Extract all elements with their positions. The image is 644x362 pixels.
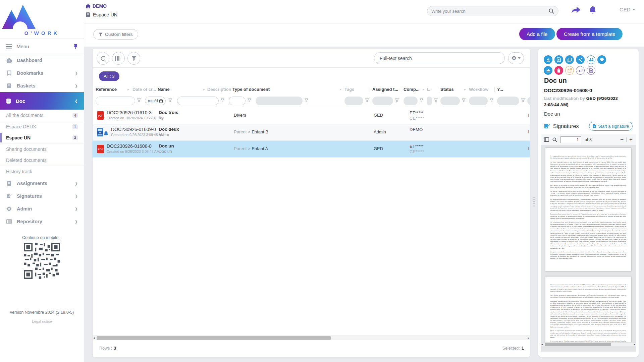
columns-button[interactable] xyxy=(112,52,125,65)
column-divider[interactable] xyxy=(438,87,438,92)
funnel-icon[interactable] xyxy=(221,99,224,102)
search-icon[interactable] xyxy=(549,8,554,14)
pdf-horizontal-scrollbar[interactable]: ◂ ▸ xyxy=(541,342,636,346)
column-divider[interactable] xyxy=(370,87,370,92)
column-header-y[interactable]: Y... xyxy=(497,87,503,92)
table-row[interactable]: w DOC230926-01609-0 Created on 9/26/2023… xyxy=(93,124,530,141)
zoom-out-button[interactable]: − xyxy=(620,137,624,142)
filter-button[interactable] xyxy=(127,52,140,65)
sidebar-item-doc[interactable]: Doc ❮ xyxy=(0,92,84,110)
column-header-date[interactable]: Date of cr... xyxy=(132,87,156,92)
open-external-button[interactable] xyxy=(565,66,574,75)
funnel-icon[interactable] xyxy=(137,99,141,102)
column-divider[interactable] xyxy=(494,87,495,92)
table-row[interactable]: PDF DOC230926-01610-3 Created on 10/28/2… xyxy=(93,107,530,124)
column-divider[interactable] xyxy=(401,87,401,92)
sidebar-item-bookmarks[interactable]: Bookmarks ❯ xyxy=(0,67,84,79)
legal-notice-link[interactable]: Legal notice xyxy=(0,319,84,323)
filter-input-reference[interactable] xyxy=(96,97,135,105)
sidebar-item-baskets[interactable]: Baskets ❯ xyxy=(0,79,84,92)
funnel-icon[interactable] xyxy=(305,99,308,102)
scrollbar-thumb[interactable] xyxy=(545,343,611,346)
sidebar-toggle-icon[interactable] xyxy=(544,137,549,142)
stamp-button[interactable] xyxy=(544,66,552,75)
scroll-left-icon[interactable]: ◂ xyxy=(541,343,543,346)
document-info-button[interactable] xyxy=(587,66,595,75)
sidebar-item-assignments[interactable]: Assignments ❯ xyxy=(0,177,84,190)
share-button[interactable] xyxy=(571,6,581,14)
sidebar-subitem-deleted-documents[interactable]: Deleted documents xyxy=(0,155,84,166)
add-file-button[interactable]: Add a file xyxy=(519,28,555,40)
notifications-button[interactable] xyxy=(589,6,596,14)
column-header-workflow[interactable]: Workflow xyxy=(469,87,488,92)
table-horizontal-scrollbar[interactable]: ◂ ▸ xyxy=(93,336,530,340)
scroll-left-icon[interactable]: ◂ xyxy=(93,336,95,340)
assign-users-button[interactable] xyxy=(587,55,595,64)
favorite-button[interactable] xyxy=(597,55,606,64)
table-row-selected[interactable]: PDF DOC230926-01608-0 Created on 9/26/20… xyxy=(93,141,530,158)
funnel-icon[interactable] xyxy=(462,99,466,102)
breadcrumb-home[interactable]: DEMO xyxy=(86,3,107,9)
column-header-tags[interactable]: Tags xyxy=(344,87,354,92)
column-divider[interactable] xyxy=(230,87,230,92)
filter-select-workflow[interactable] xyxy=(469,97,488,105)
filter-select-company[interactable] xyxy=(404,97,418,105)
start-signature-button[interactable]: Start a signature xyxy=(589,122,633,131)
filter-select-clipped[interactable] xyxy=(527,97,530,105)
pdf-pages-container[interactable]: Il y a aujourd'hui trois cent quarante-h… xyxy=(541,145,636,346)
sidebar-subitem-espace-un[interactable]: Espace UN 3 xyxy=(0,132,84,143)
sidebar-item-signatures[interactable]: Signatures ❯ xyxy=(0,190,84,202)
sidebar-item-dashboard[interactable]: Dashboard xyxy=(0,54,84,67)
duplicate-button[interactable] xyxy=(565,55,574,64)
sort-caret-icon[interactable]: ▸ xyxy=(340,87,341,91)
funnel-icon[interactable] xyxy=(248,99,251,102)
filter-input-name[interactable] xyxy=(177,97,219,105)
share-document-button[interactable] xyxy=(576,55,585,64)
sort-caret-icon[interactable]: ▸ xyxy=(464,87,466,91)
funnel-icon[interactable] xyxy=(365,99,369,102)
funnel-icon[interactable] xyxy=(434,99,438,102)
column-header-reference[interactable]: Reference xyxy=(96,87,117,92)
create-from-template-button[interactable]: Create from a template xyxy=(556,28,623,40)
column-header-description[interactable]: Description xyxy=(207,87,231,92)
scrollbar-thumb[interactable] xyxy=(97,336,331,340)
return-button[interactable] xyxy=(576,66,585,75)
sidebar-subitem-history-track[interactable]: History track xyxy=(0,166,84,177)
sidebar-item-admin[interactable]: Admin ❯ xyxy=(0,202,84,215)
sort-caret-icon[interactable]: ▸ xyxy=(423,87,424,91)
upload-version-button[interactable] xyxy=(554,55,563,64)
filter-select-tags[interactable] xyxy=(344,97,363,105)
pin-icon[interactable] xyxy=(73,44,78,49)
column-header-company[interactable]: Comp... xyxy=(404,87,420,92)
funnel-icon[interactable] xyxy=(395,99,399,102)
filter-select-assigned[interactable] xyxy=(372,97,393,105)
scroll-right-icon[interactable]: ▸ xyxy=(528,336,529,340)
funnel-icon[interactable] xyxy=(420,99,423,102)
sidebar-subitem-all-documents[interactable]: All the documents 4 xyxy=(0,110,84,121)
filter-input-date[interactable]: mm/d xyxy=(145,97,166,105)
column-header-assigned[interactable]: Assigned t... xyxy=(372,87,398,92)
custom-filters-button[interactable]: Custom filters xyxy=(93,29,138,40)
column-header-i[interactable]: I... xyxy=(427,87,431,92)
panel-resize-handle[interactable] xyxy=(533,197,536,207)
delete-button[interactable] xyxy=(554,66,563,75)
page-number-input[interactable] xyxy=(560,136,581,143)
funnel-icon[interactable] xyxy=(490,99,493,102)
funnel-icon[interactable] xyxy=(521,99,525,102)
global-search-input[interactable] xyxy=(431,9,549,14)
column-header-status[interactable]: Status xyxy=(440,87,454,92)
filter-select-type[interactable] xyxy=(256,97,303,105)
column-header-name[interactable]: Name xyxy=(158,87,169,92)
sidebar-menu-toggle[interactable]: Menu xyxy=(0,39,84,54)
sort-caret-icon[interactable]: ▸ xyxy=(127,87,129,91)
column-divider[interactable] xyxy=(155,87,155,92)
fulltext-search-input[interactable] xyxy=(380,56,499,61)
table-settings-button[interactable] xyxy=(508,52,524,64)
profile-menu[interactable]: GED xyxy=(620,7,635,12)
filter-input-description[interactable] xyxy=(229,97,246,105)
filter-select-status[interactable] xyxy=(440,97,460,105)
sidebar-item-repository[interactable]: Repository ❯ xyxy=(0,215,84,228)
refresh-button[interactable] xyxy=(97,52,109,65)
search-icon[interactable] xyxy=(552,137,557,142)
sort-caret-icon[interactable]: ▸ xyxy=(203,87,205,91)
